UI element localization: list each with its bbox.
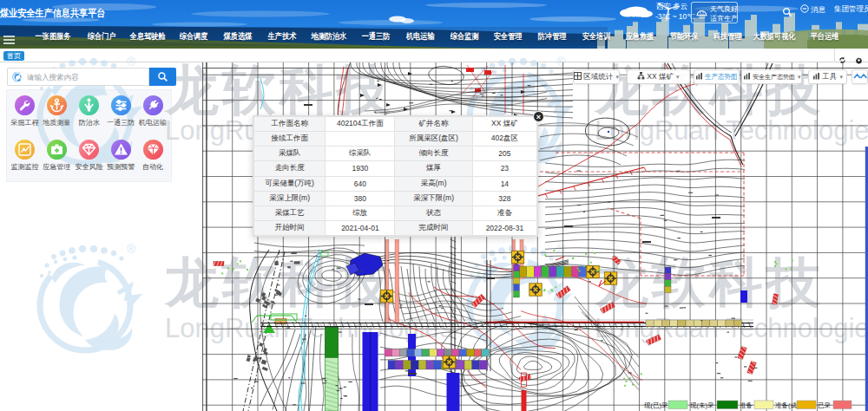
svg-text:准备: 准备 — [740, 401, 753, 409]
svg-text:现(未)采: 现(未)采 — [690, 401, 714, 409]
svg-text:准备(成): 准备(成) — [775, 401, 799, 409]
svg-text:现(已)采: 现(已)采 — [644, 401, 668, 409]
svg-text:已采: 已采 — [818, 401, 832, 409]
